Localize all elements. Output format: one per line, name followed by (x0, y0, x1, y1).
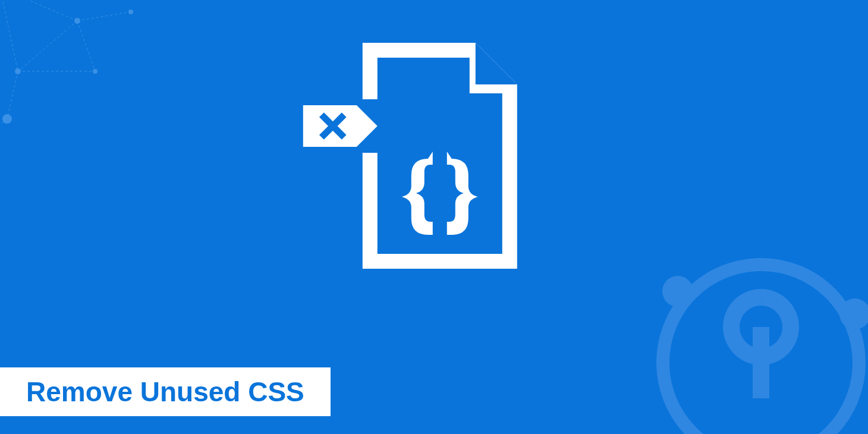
svg-point-8 (74, 18, 80, 24)
svg-rect-20 (436, 156, 444, 239)
svg-line-3 (77, 21, 95, 71)
page-title: Remove Unused CSS (0, 367, 331, 416)
svg-line-0 (0, 0, 77, 21)
css-file-remove-icon (294, 37, 544, 275)
keycdn-logo-icon (618, 220, 868, 434)
svg-point-10 (93, 69, 98, 74)
svg-point-12 (2, 114, 12, 124)
svg-line-4 (18, 21, 77, 71)
svg-line-2 (77, 12, 131, 21)
svg-point-14 (662, 276, 693, 307)
svg-line-7 (0, 119, 7, 143)
svg-point-15 (839, 298, 868, 329)
svg-line-5 (7, 71, 18, 119)
svg-point-11 (15, 68, 21, 74)
svg-point-9 (128, 10, 133, 14)
svg-line-1 (0, 0, 18, 71)
network-decoration-icon (0, 0, 190, 155)
svg-point-13 (663, 265, 859, 434)
